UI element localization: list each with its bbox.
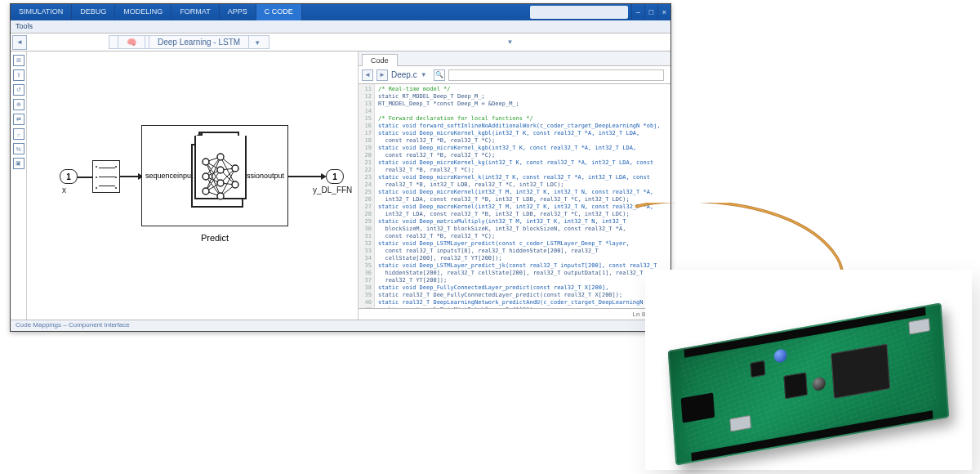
svg-point-20 <box>203 159 209 165</box>
status-bar: Code Mappings – Component Interface ⋰ <box>11 320 670 331</box>
svg-point-28 <box>232 181 238 188</box>
tab-apps[interactable]: APPS <box>220 4 256 20</box>
multiport-switch-block[interactable] <box>92 160 120 193</box>
tab-simulation[interactable]: SIMULATION <box>11 4 72 20</box>
code-pane: Code ◄ ► Deep.c ▼ 🔍 11 12 13 14 15 16 17… <box>359 51 670 320</box>
nav-fwd-icon[interactable]: ► <box>376 69 388 81</box>
diagram-pane: ⊞ ⇪ ↺ ⊕ ⇄ ⌕ % ▣ 1 x <box>11 51 359 320</box>
simulink-window: SIMULATION DEBUG MODELING FORMAT APPS C … <box>10 3 671 332</box>
palette-icon[interactable]: ⌕ <box>13 128 24 140</box>
code-header: ◄ ► Deep.c ▼ 🔍 <box>359 66 670 84</box>
search-icon[interactable]: 🔍 <box>434 69 445 81</box>
tab-modeling[interactable]: MODELING <box>115 4 172 20</box>
palette-icon[interactable]: ⇪ <box>13 69 24 81</box>
palette-icon[interactable]: % <box>13 143 24 154</box>
tab-format[interactable]: FORMAT <box>172 4 219 20</box>
crumb-chevron-icon: ▼ <box>421 71 427 78</box>
window-body: ⊞ ⇪ ↺ ⊕ ⇄ ⌕ % ▣ 1 x <box>11 51 670 320</box>
tab-c-code[interactable]: C CODE <box>256 4 302 20</box>
inport-block[interactable]: 1 <box>60 169 78 184</box>
support-chip <box>750 360 765 378</box>
code-tab[interactable]: Code <box>362 54 398 66</box>
svg-point-27 <box>232 165 238 172</box>
support-chip <box>783 372 808 399</box>
svg-point-26 <box>217 193 224 199</box>
model-tab[interactable]: 🧠Deep Learning - LSTM <box>29 35 350 49</box>
tools-row: Tools <box>11 20 670 34</box>
palette-icon[interactable]: ⇄ <box>13 114 24 125</box>
tools-label: Tools <box>16 22 33 30</box>
board-photo-area <box>645 270 972 470</box>
code-search-input[interactable] <box>448 69 664 81</box>
predict-block[interactable]: sequenceinput regressionoutput <box>141 125 288 226</box>
nav-back-icon[interactable]: ◄ <box>12 35 27 50</box>
inport-label: x <box>62 186 66 195</box>
model-bar: ◄ 🧠Deep Learning - LSTM ▼ <box>11 34 670 51</box>
signal-wire <box>78 177 92 178</box>
svg-point-24 <box>217 167 224 173</box>
code-editor[interactable]: 11 12 13 14 15 16 17 18 19 20 21 22 23 2… <box>359 84 670 308</box>
file-crumb[interactable]: Deep.c <box>391 70 417 79</box>
maximize-button[interactable]: □ <box>644 4 657 20</box>
outport-block[interactable]: 1 <box>326 169 344 184</box>
neural-net-icon <box>199 150 242 203</box>
predict-input-label: sequenceinput <box>145 172 194 180</box>
minimize-button[interactable]: – <box>631 4 644 20</box>
code-body[interactable]: /* Real-time model */ static RT_MODEL_De… <box>375 84 670 308</box>
toolstrip: SIMULATION DEBUG MODELING FORMAT APPS C … <box>11 4 670 20</box>
diagram-canvas[interactable]: 1 x <box>27 51 358 320</box>
predict-block-label: Predict <box>141 233 288 243</box>
code-pane-tabbar: Code <box>359 51 670 66</box>
svg-point-25 <box>217 180 224 186</box>
svg-point-22 <box>203 188 209 195</box>
palette-strip: ⊞ ⇪ ↺ ⊕ ⇄ ⌕ % ▣ <box>11 51 27 320</box>
close-button[interactable]: × <box>657 4 670 20</box>
palette-icon[interactable]: ↺ <box>13 84 24 96</box>
toolstrip-spacer <box>302 4 527 20</box>
signal-wire <box>288 176 324 177</box>
outport-label: y_DL_FFN <box>313 186 352 195</box>
svg-point-23 <box>217 154 224 160</box>
dropdown-icon[interactable]: ▼ <box>507 38 514 46</box>
line-gutter: 11 12 13 14 15 16 17 18 19 20 21 22 23 2… <box>359 84 375 308</box>
svg-point-21 <box>203 173 209 180</box>
palette-icon[interactable]: ⊕ <box>13 99 24 110</box>
stm32-discovery-board <box>668 302 950 465</box>
tab-debug[interactable]: DEBUG <box>72 4 115 20</box>
model-bar-right: ▼ <box>350 38 670 46</box>
palette-icon[interactable]: ▣ <box>13 158 24 169</box>
model-name[interactable]: 🧠Deep Learning - LSTM <box>109 35 270 49</box>
palette-icon[interactable]: ⊞ <box>13 55 24 66</box>
code-footer: Ln 87 C 1 <box>359 308 670 320</box>
search-field[interactable] <box>530 6 628 19</box>
nav-back-icon[interactable]: ◄ <box>362 69 373 81</box>
status-text: Code Mappings – Component Interface <box>16 321 130 329</box>
